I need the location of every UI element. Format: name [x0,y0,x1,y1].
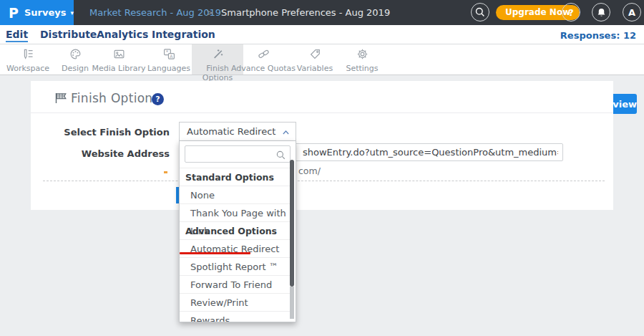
magic-wand-icon [212,48,224,60]
dropdown-scrollbar-track[interactable] [290,287,294,319]
tab-edit[interactable]: Edit [6,29,28,42]
dropdown-option-review-print[interactable]: Review/Print [180,293,293,311]
workspace-icon [22,48,34,60]
chain-link-icon [258,48,270,60]
toolbar-item-media-library[interactable]: Media Library [87,44,150,75]
caret-down-icon: ▾ [70,9,74,16]
helper-text: com/ [298,165,321,176]
questionpro-logo: P [9,5,19,21]
edit-toolbar: Workspace Design Media Library * A Langu… [0,44,644,75]
toolbar-item-variables[interactable]: Variables [293,44,336,75]
top-bar: P Surveys ▾ Market Research - Aug 2019 >… [0,0,644,25]
helper-text-fragment [164,171,167,173]
dropdown-search-input[interactable] [185,146,290,162]
survey-nav: Edit Distribute Analytics Integration Re… [0,25,644,44]
product-switcher[interactable]: P Surveys ▾ [0,0,74,25]
search-icon [275,150,286,160]
gear-icon [356,48,369,60]
dropdown-scrollbar-thumb[interactable] [290,160,294,287]
tab-integration[interactable]: Integration [152,29,215,40]
title-divider [31,112,613,113]
dropdown-group-standard-options: Standard Options [180,168,293,186]
breadcrumb-parent[interactable]: Market Research - Aug 2019 [89,0,221,25]
avatar[interactable]: A [623,3,641,21]
search-icon [474,6,486,18]
tab-distribute[interactable]: Distribute [40,29,97,40]
help-button[interactable]: ? [562,3,580,21]
dropdown-option-thank-you-page-with-link[interactable]: Thank You Page with Link [180,203,293,221]
notifications-button[interactable] [592,3,610,21]
finish-option-selected-value: Automatic Redirect [187,126,275,137]
chevron-up-icon [281,128,291,137]
annotation-underline-automatic-redirect [180,252,250,254]
bell-icon [596,7,607,18]
dropdown-option-spotlight-report[interactable]: Spotlight Report ™ [180,257,293,275]
toolbar-item-workspace[interactable]: Workspace [2,44,54,75]
toolbar-item-advance-quotas[interactable]: Advance Quotas [230,44,296,75]
page-help-icon[interactable]: ? [152,93,164,105]
responses-count[interactable]: Responses: 12 [560,30,636,41]
dropdown-option-rewards[interactable]: Rewards [180,311,293,322]
dropdown-search-field [185,145,291,163]
dropdown-group-advanced-options: Advanced Options [180,221,293,239]
select-finish-option-label: Select Finish Option [31,127,170,138]
toolbar-item-languages[interactable]: * A Languages [147,44,191,75]
tag-icon [309,48,321,60]
image-icon [113,48,125,60]
page-title: Finish Options [71,91,160,105]
finish-option-select[interactable]: Automatic Redirect [179,122,296,141]
product-label: Surveys [24,7,67,18]
dropdown-option-none[interactable]: None [180,186,293,203]
breadcrumb-current: Smartphone Preferences - Aug 2019 [221,0,390,25]
translate-icon: * A [163,48,175,60]
flag-icon [54,92,67,104]
form-divider [43,181,605,181]
finish-option-dropdown: Standard Options None Thank You Page wit… [179,141,296,322]
breadcrumb-separator-icon: > [206,0,213,25]
palette-icon [69,48,82,60]
search-button[interactable] [471,3,489,21]
toolbar-item-settings[interactable]: Settings [340,44,384,75]
tab-analytics[interactable]: Analytics [97,29,148,40]
dropdown-options-list: Standard Options None Thank You Page wit… [180,168,293,322]
dropdown-option-automatic-redirect[interactable]: Automatic Redirect [180,239,293,257]
website-address-label: Website Address [31,148,170,159]
dropdown-option-forward-to-friend[interactable]: Forward To Friend [180,275,293,293]
